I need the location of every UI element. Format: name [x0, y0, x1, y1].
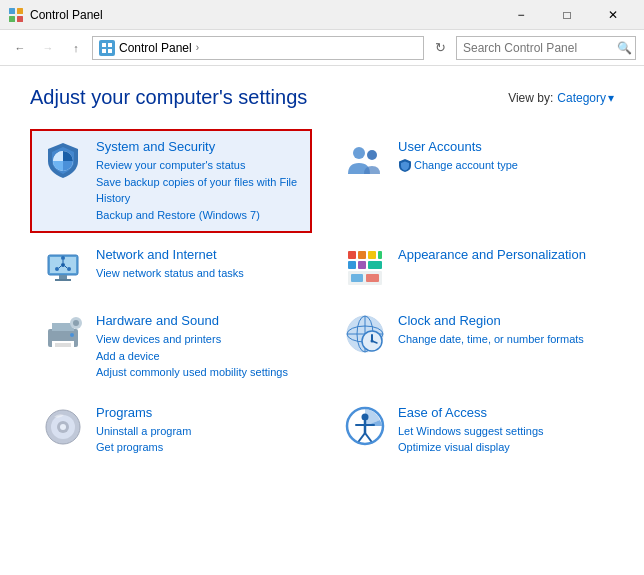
- view-by-value: Category: [557, 91, 606, 105]
- system-security-title[interactable]: System and Security: [96, 139, 300, 154]
- svg-rect-7: [108, 49, 112, 53]
- user-accounts-link-1[interactable]: Change account type: [414, 157, 518, 174]
- hardware-sound-link-1[interactable]: View devices and printers: [96, 331, 300, 348]
- svg-rect-13: [59, 275, 67, 279]
- item-clock-region[interactable]: Clock and Region Change date, time, or n…: [332, 303, 614, 391]
- programs-title[interactable]: Programs: [96, 405, 300, 420]
- system-security-text: System and Security Review your computer…: [96, 139, 300, 223]
- address-bar: ← → ↑ Control Panel › ↻ 🔍: [0, 30, 644, 66]
- hardware-sound-link-3[interactable]: Adjust commonly used mobility settings: [96, 364, 300, 381]
- search-box[interactable]: 🔍: [456, 36, 636, 60]
- system-security-link-2[interactable]: Save backup copies of your files with Fi…: [96, 174, 300, 207]
- clock-region-text: Clock and Region Change date, time, or n…: [398, 313, 602, 348]
- address-path[interactable]: Control Panel ›: [92, 36, 424, 60]
- title-bar-controls: − □ ✕: [498, 0, 636, 30]
- up-button[interactable]: ↑: [64, 36, 88, 60]
- user-accounts-icon: [344, 139, 386, 181]
- view-by-label: View by:: [508, 91, 553, 105]
- title-bar-left: Control Panel: [8, 7, 103, 23]
- ease-of-access-title[interactable]: Ease of Access: [398, 405, 602, 420]
- svg-point-17: [61, 256, 65, 260]
- view-by-link[interactable]: Category ▾: [557, 91, 614, 105]
- svg-point-21: [67, 267, 71, 271]
- title-bar: Control Panel − □ ✕: [0, 0, 644, 30]
- hardware-sound-text: Hardware and Sound View devices and prin…: [96, 313, 300, 381]
- network-internet-title[interactable]: Network and Internet: [96, 247, 300, 262]
- path-label: Control Panel: [119, 41, 192, 55]
- svg-rect-14: [55, 279, 71, 281]
- ease-of-access-link-2[interactable]: Optimize visual display: [398, 439, 602, 456]
- close-button[interactable]: ✕: [590, 0, 636, 30]
- clock-region-title[interactable]: Clock and Region: [398, 313, 602, 328]
- view-by: View by: Category ▾: [508, 91, 614, 105]
- svg-point-9: [353, 147, 365, 159]
- user-accounts-title[interactable]: User Accounts: [398, 139, 602, 154]
- item-ease-of-access[interactable]: Ease of Access Let Windows suggest setti…: [332, 395, 614, 466]
- system-security-svg: [42, 139, 84, 181]
- svg-rect-22: [348, 251, 356, 259]
- programs-text: Programs Uninstall a program Get program…: [96, 405, 300, 456]
- system-security-icon: [42, 139, 84, 181]
- back-button[interactable]: ←: [8, 36, 32, 60]
- page-header: Adjust your computer's settings View by:…: [30, 86, 614, 109]
- appearance-title[interactable]: Appearance and Personalization: [398, 247, 602, 262]
- clock-region-link-1[interactable]: Change date, time, or number formats: [398, 331, 602, 348]
- search-icon[interactable]: 🔍: [617, 41, 632, 55]
- item-system-security[interactable]: System and Security Review your computer…: [30, 129, 312, 233]
- forward-button[interactable]: →: [36, 36, 60, 60]
- system-security-link-3[interactable]: Backup and Restore (Windows 7): [96, 207, 300, 224]
- network-internet-svg: [42, 247, 84, 289]
- svg-rect-4: [102, 43, 106, 47]
- refresh-button[interactable]: ↻: [428, 36, 452, 60]
- hardware-sound-link-2[interactable]: Add a device: [96, 348, 300, 365]
- network-internet-icon: [42, 247, 84, 289]
- items-grid: System and Security Review your computer…: [30, 129, 614, 466]
- svg-rect-26: [348, 261, 356, 269]
- svg-point-54: [362, 413, 369, 420]
- svg-point-39: [70, 333, 74, 337]
- main-content: Adjust your computer's settings View by:…: [0, 66, 644, 575]
- maximize-button[interactable]: □: [544, 0, 590, 30]
- svg-rect-0: [9, 8, 15, 14]
- search-input[interactable]: [463, 41, 613, 55]
- user-accounts-svg: [344, 139, 386, 181]
- appearance-text: Appearance and Personalization: [398, 247, 602, 265]
- control-panel-path-icon: [101, 42, 113, 54]
- svg-rect-25: [378, 251, 382, 259]
- svg-point-52: [60, 424, 66, 430]
- hardware-sound-svg: [42, 313, 84, 355]
- svg-rect-23: [358, 251, 366, 259]
- svg-rect-31: [366, 274, 379, 282]
- svg-point-10: [367, 150, 377, 160]
- ease-of-access-text: Ease of Access Let Windows suggest setti…: [398, 405, 602, 456]
- view-by-arrow: ▾: [608, 91, 614, 105]
- appearance-svg: [344, 247, 386, 289]
- svg-rect-1: [17, 8, 23, 14]
- clock-region-svg: [344, 313, 386, 355]
- user-accounts-text: User Accounts Change account type: [398, 139, 602, 174]
- programs-link-1[interactable]: Uninstall a program: [96, 423, 300, 440]
- item-network-internet[interactable]: Network and Internet View network status…: [30, 237, 312, 299]
- svg-point-15: [61, 263, 65, 267]
- programs-link-2[interactable]: Get programs: [96, 439, 300, 456]
- programs-svg: [42, 405, 84, 447]
- svg-rect-2: [9, 16, 15, 22]
- ease-of-access-svg: [344, 405, 386, 447]
- path-icon: [99, 40, 115, 56]
- ease-of-access-link-1[interactable]: Let Windows suggest settings: [398, 423, 602, 440]
- item-hardware-sound[interactable]: Hardware and Sound View devices and prin…: [30, 303, 312, 391]
- control-panel-title-icon: [8, 7, 24, 23]
- item-appearance[interactable]: Appearance and Personalization: [332, 237, 614, 299]
- svg-rect-34: [52, 341, 74, 349]
- item-programs[interactable]: Programs Uninstall a program Get program…: [30, 395, 312, 466]
- system-security-link-1[interactable]: Review your computer's status: [96, 157, 300, 174]
- svg-point-19: [55, 267, 59, 271]
- hardware-sound-title[interactable]: Hardware and Sound: [96, 313, 300, 328]
- item-user-accounts[interactable]: User Accounts Change account type: [332, 129, 614, 233]
- minimize-button[interactable]: −: [498, 0, 544, 30]
- network-internet-link-1[interactable]: View network status and tasks: [96, 265, 300, 282]
- network-internet-text: Network and Internet View network status…: [96, 247, 300, 282]
- page-title: Adjust your computer's settings: [30, 86, 307, 109]
- ease-of-access-icon: [344, 405, 386, 447]
- svg-rect-6: [102, 49, 106, 53]
